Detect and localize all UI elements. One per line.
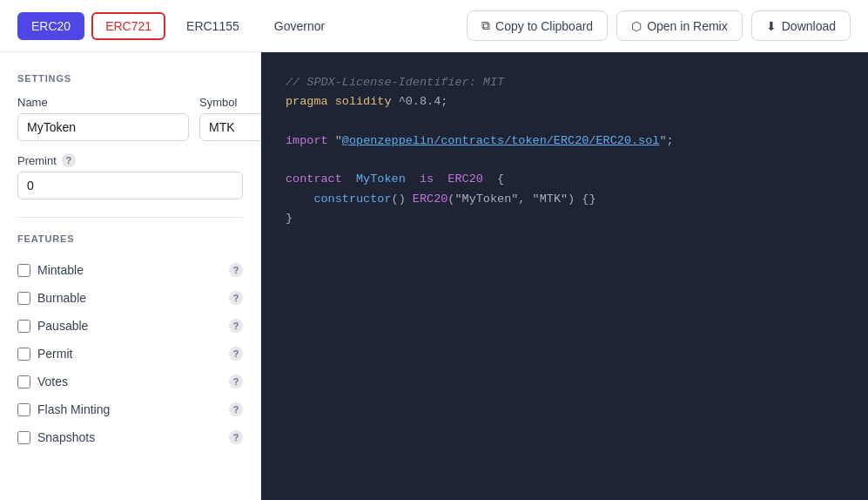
symbol-field-group: Symbol [199, 96, 261, 141]
code-constructor-args: ("MyToken", "MTK") {} [447, 193, 595, 206]
code-parent-name: ERC20 [441, 172, 483, 186]
feature-permit: Permit ? [17, 340, 243, 368]
feature-pausable: Pausable ? [17, 312, 243, 340]
code-blank-2 [286, 151, 844, 170]
mintable-help-icon[interactable]: ? [229, 263, 243, 277]
code-close-brace-line: } [286, 209, 844, 228]
code-constructor-keyword: constructor [313, 193, 391, 206]
permit-label: Permit [37, 347, 222, 361]
flash-minting-checkbox[interactable] [17, 403, 30, 416]
burnable-help-icon[interactable]: ? [229, 291, 243, 305]
code-contract-name: MyToken [349, 172, 406, 186]
code-indent [286, 193, 313, 206]
copy-to-clipboard-button[interactable]: ⧉ Copy to Clipboard [467, 10, 608, 41]
copy-label: Copy to Clipboard [495, 19, 593, 33]
tab-governor[interactable]: Governor [260, 12, 339, 40]
code-contract-keyword: contract [286, 172, 342, 186]
name-symbol-row: Name Symbol [17, 96, 243, 141]
code-blank-1 [286, 112, 844, 132]
burnable-checkbox[interactable] [17, 292, 30, 305]
settings-section-label: SETTINGS [17, 73, 243, 84]
code-constructor-line: constructor() ERC20("MyToken", "MTK") {} [286, 190, 844, 209]
feature-votes: Votes ? [17, 368, 243, 395]
code-import-path: @openzeppelin/contracts/token/ERC20/ERC2… [342, 134, 660, 147]
code-pragma-version: ^0.8.4; [399, 95, 448, 108]
code-close-brace: } [286, 212, 293, 225]
name-label: Name [17, 96, 189, 109]
permit-help-icon[interactable]: ? [229, 347, 243, 361]
premint-row: Premint ? [17, 153, 243, 199]
tab-erc1155[interactable]: ERC1155 [172, 12, 253, 40]
main-layout: SETTINGS Name Symbol Premint ? FEATURES [0, 52, 868, 500]
code-contract-line: contract MyToken is ERC20 { [286, 170, 844, 189]
snapshots-help-icon[interactable]: ? [229, 430, 243, 444]
pausable-help-icon[interactable]: ? [229, 319, 243, 333]
app-header: ERC20 ERC721 ERC1155 Governor ⧉ Copy to … [0, 0, 868, 52]
code-constructor-parent: ERC20 [413, 193, 448, 206]
permit-checkbox[interactable] [17, 348, 30, 361]
code-constructor-params: () [392, 193, 413, 206]
code-import-quote1: " [335, 134, 342, 147]
feature-mintable: Mintable ? [17, 256, 243, 284]
remix-label: Open in Remix [647, 19, 728, 33]
feature-snapshots: Snapshots ? [17, 423, 243, 451]
name-input[interactable] [17, 113, 189, 141]
features-section-label: FEATURES [17, 233, 243, 244]
flash-minting-help-icon[interactable]: ? [229, 402, 243, 416]
flash-minting-label: Flash Minting [37, 402, 222, 416]
mintable-checkbox[interactable] [17, 264, 30, 277]
premint-help-icon[interactable]: ? [62, 153, 76, 167]
code-import-line: import "@openzeppelin/contracts/token/ER… [286, 132, 844, 151]
code-open-brace: { [490, 172, 504, 186]
download-button[interactable]: ⬇ Download [751, 10, 851, 41]
sidebar-divider [17, 217, 243, 218]
code-import-quote2: "; [659, 134, 673, 147]
download-label: Download [782, 19, 836, 33]
sidebar: SETTINGS Name Symbol Premint ? FEATURES [0, 52, 261, 500]
symbol-label: Symbol [199, 96, 261, 109]
tab-erc20[interactable]: ERC20 [17, 12, 84, 40]
header-actions: ⧉ Copy to Clipboard ⬡ Open in Remix ⬇ Do… [467, 10, 851, 41]
snapshots-checkbox[interactable] [17, 431, 30, 444]
code-license-comment: // SPDX-License-Identifier: MIT [286, 73, 844, 92]
snapshots-label: Snapshots [37, 430, 222, 444]
mintable-label: Mintable [37, 263, 222, 277]
code-pragma-keyword: pragma [286, 95, 328, 108]
premint-label-row: Premint ? [17, 153, 243, 167]
copy-icon: ⧉ [481, 18, 490, 33]
pausable-label: Pausable [37, 319, 222, 333]
votes-help-icon[interactable]: ? [229, 375, 243, 389]
code-pragma-directive: solidity [335, 95, 392, 108]
votes-label: Votes [37, 375, 222, 389]
remix-icon: ⬡ [631, 19, 642, 33]
feature-flash-minting: Flash Minting ? [17, 395, 243, 423]
download-icon: ⬇ [766, 19, 777, 33]
symbol-input[interactable] [199, 113, 261, 141]
premint-input[interactable] [17, 172, 243, 199]
feature-burnable: Burnable ? [17, 284, 243, 312]
premint-label: Premint [17, 154, 57, 167]
code-is-keyword: is [413, 172, 434, 186]
features-section: FEATURES Mintable ? Burnable ? Pausable … [17, 233, 243, 451]
open-in-remix-button[interactable]: ⬡ Open in Remix [616, 10, 743, 41]
tab-erc721[interactable]: ERC721 [91, 12, 165, 40]
burnable-label: Burnable [37, 291, 222, 305]
code-pragma-line: pragma solidity ^0.8.4; [286, 92, 844, 111]
code-import-keyword: import [286, 134, 328, 147]
code-panel: // SPDX-License-Identifier: MIT pragma s… [261, 52, 868, 500]
votes-checkbox[interactable] [17, 375, 30, 389]
name-field-group: Name [17, 96, 189, 141]
pausable-checkbox[interactable] [17, 320, 30, 333]
